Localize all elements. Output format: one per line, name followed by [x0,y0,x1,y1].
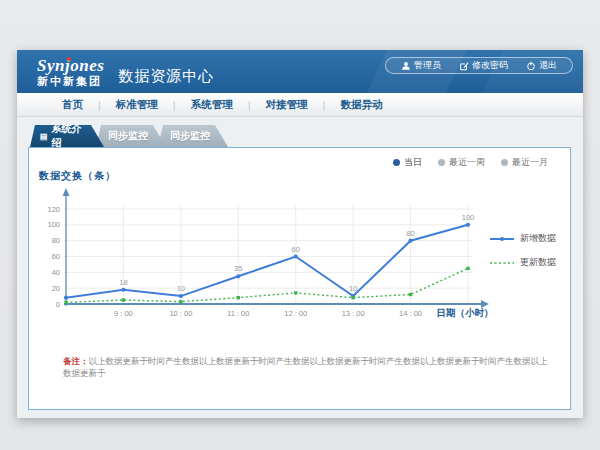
legend-entry-0[interactable]: 新增数据 [490,232,556,245]
data-point [121,288,125,292]
radio-label: 最近一周 [449,156,485,169]
nav-item-2[interactable]: 系统管理 [176,98,248,112]
data-point [64,296,68,300]
y-tick-label: 120 [47,205,60,214]
y-tick-label: 80 [52,236,60,245]
data-point [351,296,354,299]
tab-label: 同步监控 [108,129,148,143]
legend-swatch-icon [490,235,514,243]
point-label: 10 [349,284,357,293]
company-logo: Synjones 新中新集团 [37,57,104,87]
radio-dot-icon [393,159,400,166]
point-label: 60 [292,245,300,254]
data-point [466,223,470,227]
data-point [409,293,412,296]
point-label: 10 [177,284,185,293]
radio-option-2[interactable]: 最近一月 [501,156,548,169]
y-tick-label: 60 [52,252,60,261]
data-point [236,274,240,278]
nav-item-0[interactable]: 首页 [47,98,98,112]
person-icon [401,61,411,71]
nav-item-3[interactable]: 对接管理 [251,98,323,112]
x-tick-label: 12 : 00 [284,309,307,318]
tab-label: 系统介绍 [52,122,88,150]
legend-swatch-icon [490,259,514,267]
x-tick-label: 13 : 00 [342,309,365,318]
app-header: Synjones 新中新集团 数据资源中心 管理员修改密码退出 [17,50,583,93]
x-tick-label: 10 : 00 [169,309,192,318]
y-axis-arrow-icon [63,188,70,196]
data-point [294,291,297,294]
edit-icon [459,61,469,71]
data-point [294,254,298,258]
app-window: Synjones 新中新集团 数据资源中心 管理员修改密码退出 首页|标准管理|… [17,50,583,418]
x-axis-title: 日期（小时） [437,307,494,319]
data-point [237,296,240,299]
page-title: 数据资源中心 [118,67,214,86]
chart-panel: 当日最近一周最近一月 数据交换（条） 0204060801001209 : 00… [28,147,571,410]
footnote-text: 以上数据更新于时间产生数据以上数据更新于时间产生数据以上数据更新于时间产生数据以… [63,356,548,378]
main-nav: 首页|标准管理|系统管理|对接管理|数据异动 [17,93,583,117]
time-range-filter: 当日最近一周最近一月 [393,156,548,169]
user-menu: 管理员修改密码退出 [385,57,573,74]
user-menu-item-person[interactable]: 管理员 [392,59,450,72]
tab-label: 同步监控 [170,129,210,143]
legend-label: 新增数据 [520,232,556,245]
radio-option-0[interactable]: 当日 [393,156,422,169]
x-tick-label: 11 : 00 [227,309,249,318]
radio-label: 最近一月 [512,156,548,169]
y-tick-label: 20 [52,284,60,293]
radio-dot-icon [438,159,445,166]
data-point [64,301,67,304]
tab-2[interactable]: 同步监控 [158,125,228,147]
radio-option-1[interactable]: 最近一周 [438,156,485,169]
user-menu-label: 管理员 [414,59,441,72]
document-icon: ▤ [40,132,48,141]
user-menu-item-power[interactable]: 退出 [517,59,566,72]
x-tick-label: 14 : 00 [399,309,422,318]
nav-item-1[interactable]: 标准管理 [101,98,173,112]
y-tick-label: 40 [52,268,60,277]
data-point [122,298,125,301]
point-label: 35 [234,264,242,273]
y-axis-title: 数据交换（条） [39,169,116,183]
y-tick-label: 0 [56,300,60,309]
point-label: 80 [406,229,414,238]
data-point [179,294,183,298]
nav-item-4[interactable]: 数据异动 [325,98,397,112]
footnote-prefix: 备注： [63,356,89,366]
point-label: 100 [462,213,475,222]
user-menu-label: 修改密码 [472,59,508,72]
data-point [408,239,412,243]
user-menu-item-edit[interactable]: 修改密码 [450,59,517,72]
data-point [466,267,469,270]
data-point [179,300,182,303]
chart-legend: 新增数据更新数据 [490,232,556,269]
y-tick-label: 100 [47,220,60,229]
logo-subtext: 新中新集团 [37,76,104,87]
line-chart: 0204060801001209 : 0010 : 0011 : 0012 : … [29,184,569,332]
radio-label: 当日 [404,156,422,169]
legend-entry-1[interactable]: 更新数据 [490,256,556,269]
tab-1[interactable]: 同步监控 [96,125,166,147]
point-label: 18 [119,278,127,287]
radio-dot-icon [501,159,508,166]
tab-bar: ▤系统介绍同步监控同步监控 [30,125,220,147]
user-menu-label: 退出 [539,59,557,72]
legend-label: 更新数据 [520,256,556,269]
footnote: 备注：以上数据更新于时间产生数据以上数据更新于时间产生数据以上数据更新于时间产生… [63,356,550,380]
legend-dot [500,237,504,241]
power-icon [526,61,536,71]
x-tick-label: 9 : 00 [114,309,133,318]
logo-red-dot-icon [67,57,71,61]
tab-0[interactable]: ▤系统介绍 [30,125,104,147]
